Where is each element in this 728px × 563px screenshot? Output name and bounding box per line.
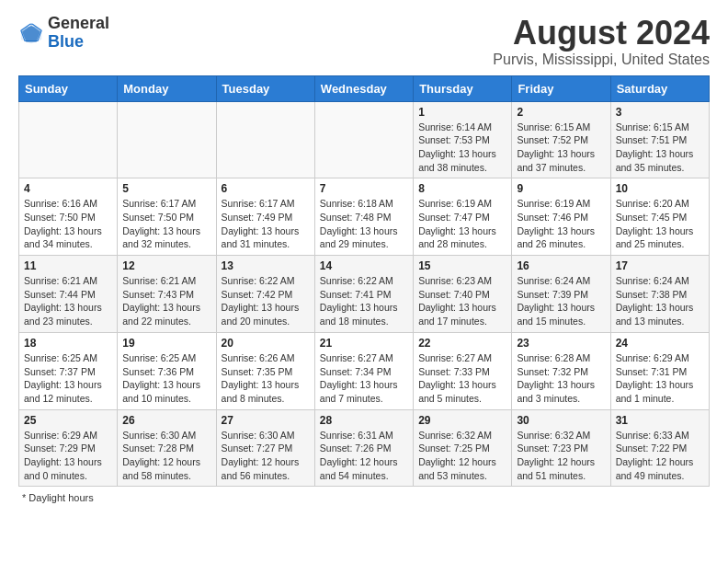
calendar-cell xyxy=(118,101,216,178)
day-info: Sunrise: 6:29 AMSunset: 7:31 PMDaylight:… xyxy=(616,351,704,406)
calendar-cell: 23Sunrise: 6:28 AMSunset: 7:32 PMDayligh… xyxy=(512,332,610,409)
day-number: 7 xyxy=(320,182,408,195)
calendar-week-row: 25Sunrise: 6:29 AMSunset: 7:29 PMDayligh… xyxy=(19,409,710,487)
day-number: 17 xyxy=(616,259,704,272)
day-info: Sunrise: 6:32 AMSunset: 7:23 PMDaylight:… xyxy=(517,429,605,483)
weekday-header: Tuesday xyxy=(216,75,314,101)
day-number: 15 xyxy=(418,259,506,272)
title-block: August 2024 Purvis, Mississippi, United … xyxy=(493,15,710,68)
day-info: Sunrise: 6:19 AMSunset: 7:47 PMDaylight:… xyxy=(418,197,506,251)
day-info: Sunrise: 6:33 AMSunset: 7:22 PMDaylight:… xyxy=(616,429,704,483)
day-number: 31 xyxy=(616,414,704,427)
calendar-week-row: 1Sunrise: 6:14 AMSunset: 7:53 PMDaylight… xyxy=(19,101,710,178)
calendar-cell: 25Sunrise: 6:29 AMSunset: 7:29 PMDayligh… xyxy=(19,409,118,487)
day-number: 3 xyxy=(616,106,704,119)
day-info: Sunrise: 6:24 AMSunset: 7:38 PMDaylight:… xyxy=(616,274,704,328)
day-number: 24 xyxy=(616,337,704,350)
day-info: Sunrise: 6:22 AMSunset: 7:42 PMDaylight:… xyxy=(222,274,310,328)
day-info: Sunrise: 6:31 AMSunset: 7:26 PMDaylight:… xyxy=(320,429,408,483)
day-number: 14 xyxy=(320,259,408,272)
calendar-week-row: 4Sunrise: 6:16 AMSunset: 7:50 PMDaylight… xyxy=(19,178,710,256)
day-number: 29 xyxy=(418,414,506,427)
calendar-cell: 17Sunrise: 6:24 AMSunset: 7:38 PMDayligh… xyxy=(610,256,709,333)
day-number: 8 xyxy=(418,182,506,195)
logo-icon xyxy=(18,20,44,46)
day-info: Sunrise: 6:32 AMSunset: 7:25 PMDaylight:… xyxy=(418,429,506,483)
day-number: 10 xyxy=(616,182,704,195)
day-info: Sunrise: 6:27 AMSunset: 7:33 PMDaylight:… xyxy=(418,351,506,406)
day-info: Sunrise: 6:25 AMSunset: 7:37 PMDaylight:… xyxy=(24,351,112,406)
calendar-cell xyxy=(314,101,413,178)
day-info: Sunrise: 6:28 AMSunset: 7:32 PMDaylight:… xyxy=(517,351,605,406)
calendar-cell: 1Sunrise: 6:14 AMSunset: 7:53 PMDaylight… xyxy=(414,101,512,178)
calendar-cell: 28Sunrise: 6:31 AMSunset: 7:26 PMDayligh… xyxy=(314,409,413,487)
calendar-cell: 13Sunrise: 6:22 AMSunset: 7:42 PMDayligh… xyxy=(216,256,314,333)
weekday-header: Friday xyxy=(512,75,610,101)
calendar-cell: 30Sunrise: 6:32 AMSunset: 7:23 PMDayligh… xyxy=(512,409,610,487)
logo: General Blue xyxy=(18,15,109,52)
footer-note: * Daylight hours xyxy=(18,492,710,503)
day-number: 18 xyxy=(24,337,112,350)
calendar-cell: 3Sunrise: 6:15 AMSunset: 7:51 PMDaylight… xyxy=(610,101,709,178)
calendar-cell: 27Sunrise: 6:30 AMSunset: 7:27 PMDayligh… xyxy=(216,409,314,487)
day-info: Sunrise: 6:27 AMSunset: 7:34 PMDaylight:… xyxy=(320,351,408,406)
calendar-cell: 10Sunrise: 6:20 AMSunset: 7:45 PMDayligh… xyxy=(610,178,709,256)
logo-blue: Blue xyxy=(48,32,84,51)
calendar-cell: 4Sunrise: 6:16 AMSunset: 7:50 PMDaylight… xyxy=(19,178,118,256)
day-number: 22 xyxy=(418,337,506,350)
header: General Blue August 2024 Purvis, Mississ… xyxy=(18,15,710,68)
weekday-header: Monday xyxy=(118,75,216,101)
calendar-cell: 7Sunrise: 6:18 AMSunset: 7:48 PMDaylight… xyxy=(314,178,413,256)
day-number: 27 xyxy=(222,414,310,427)
day-info: Sunrise: 6:29 AMSunset: 7:29 PMDaylight:… xyxy=(24,429,112,483)
calendar-cell xyxy=(216,101,314,178)
calendar-cell: 24Sunrise: 6:29 AMSunset: 7:31 PMDayligh… xyxy=(610,332,709,409)
day-info: Sunrise: 6:15 AMSunset: 7:52 PMDaylight:… xyxy=(517,121,605,175)
day-number: 9 xyxy=(517,182,605,195)
day-info: Sunrise: 6:25 AMSunset: 7:36 PMDaylight:… xyxy=(122,351,210,406)
page-title: August 2024 xyxy=(493,15,710,52)
day-number: 21 xyxy=(320,337,408,350)
calendar-cell: 14Sunrise: 6:22 AMSunset: 7:41 PMDayligh… xyxy=(314,256,413,333)
day-number: 4 xyxy=(24,182,112,195)
day-number: 12 xyxy=(122,259,210,272)
day-info: Sunrise: 6:14 AMSunset: 7:53 PMDaylight:… xyxy=(418,121,506,175)
day-number: 28 xyxy=(320,414,408,427)
weekday-header: Saturday xyxy=(610,75,709,101)
day-number: 2 xyxy=(517,106,605,119)
calendar-cell: 31Sunrise: 6:33 AMSunset: 7:22 PMDayligh… xyxy=(610,409,709,487)
logo-text: General Blue xyxy=(48,15,109,52)
weekday-header: Wednesday xyxy=(314,75,413,101)
day-number: 20 xyxy=(222,337,310,350)
day-info: Sunrise: 6:21 AMSunset: 7:43 PMDaylight:… xyxy=(122,274,210,328)
day-info: Sunrise: 6:22 AMSunset: 7:41 PMDaylight:… xyxy=(320,274,408,328)
calendar-cell: 22Sunrise: 6:27 AMSunset: 7:33 PMDayligh… xyxy=(414,332,512,409)
calendar-cell: 15Sunrise: 6:23 AMSunset: 7:40 PMDayligh… xyxy=(414,256,512,333)
calendar-cell: 8Sunrise: 6:19 AMSunset: 7:47 PMDaylight… xyxy=(414,178,512,256)
calendar-cell: 6Sunrise: 6:17 AMSunset: 7:49 PMDaylight… xyxy=(216,178,314,256)
day-info: Sunrise: 6:19 AMSunset: 7:46 PMDaylight:… xyxy=(517,197,605,251)
day-info: Sunrise: 6:17 AMSunset: 7:49 PMDaylight:… xyxy=(222,197,310,251)
calendar-cell: 19Sunrise: 6:25 AMSunset: 7:36 PMDayligh… xyxy=(118,332,216,409)
day-number: 25 xyxy=(24,414,112,427)
day-info: Sunrise: 6:21 AMSunset: 7:44 PMDaylight:… xyxy=(24,274,112,328)
day-info: Sunrise: 6:20 AMSunset: 7:45 PMDaylight:… xyxy=(616,197,704,251)
day-number: 13 xyxy=(222,259,310,272)
day-info: Sunrise: 6:23 AMSunset: 7:40 PMDaylight:… xyxy=(418,274,506,328)
day-number: 16 xyxy=(517,259,605,272)
logo-general: General xyxy=(48,14,109,32)
footer-label: Daylight hours xyxy=(28,492,93,503)
day-number: 30 xyxy=(517,414,605,427)
day-info: Sunrise: 6:16 AMSunset: 7:50 PMDaylight:… xyxy=(24,197,112,251)
day-number: 1 xyxy=(418,106,506,119)
calendar-cell: 2Sunrise: 6:15 AMSunset: 7:52 PMDaylight… xyxy=(512,101,610,178)
day-number: 26 xyxy=(122,414,210,427)
day-info: Sunrise: 6:24 AMSunset: 7:39 PMDaylight:… xyxy=(517,274,605,328)
calendar-cell xyxy=(19,101,118,178)
calendar-week-row: 18Sunrise: 6:25 AMSunset: 7:37 PMDayligh… xyxy=(19,332,710,409)
day-info: Sunrise: 6:30 AMSunset: 7:27 PMDaylight:… xyxy=(222,429,310,483)
calendar-cell: 29Sunrise: 6:32 AMSunset: 7:25 PMDayligh… xyxy=(414,409,512,487)
calendar-cell: 21Sunrise: 6:27 AMSunset: 7:34 PMDayligh… xyxy=(314,332,413,409)
calendar-cell: 12Sunrise: 6:21 AMSunset: 7:43 PMDayligh… xyxy=(118,256,216,333)
calendar-cell: 20Sunrise: 6:26 AMSunset: 7:35 PMDayligh… xyxy=(216,332,314,409)
